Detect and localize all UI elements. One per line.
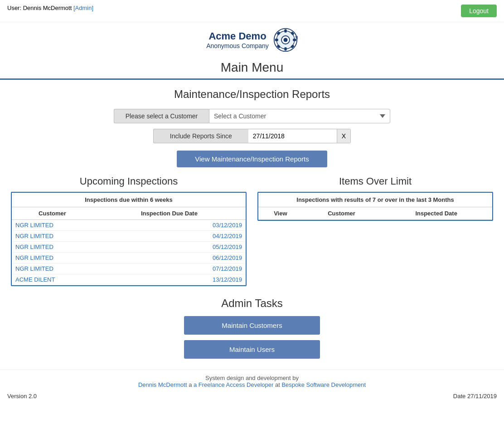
clear-date-button[interactable]: X xyxy=(337,129,350,143)
date-input[interactable] xyxy=(248,129,337,143)
row-customer: NGR LIMITED xyxy=(12,242,143,253)
logout-button[interactable]: Logout xyxy=(461,5,497,17)
logo-area: Acme Demo Anonymous Company xyxy=(0,22,504,56)
footer-system-text: System design and development by xyxy=(0,375,504,381)
row-customer: NGR LIMITED xyxy=(12,220,143,231)
upcoming-table-header: Inspections due within 6 weeks xyxy=(12,193,246,207)
upcoming-inspections-data-table: NGR LIMITED03/12/2019NGR LIMITED04/12/20… xyxy=(12,220,246,285)
user-info: User: Dennis McDermott [Admin] xyxy=(7,5,93,11)
admin-tasks-title: Admin Tasks xyxy=(0,297,504,310)
row-customer: ACME DILENT xyxy=(12,274,143,285)
items-over-limit-col: Items Over Limit Inspections with result… xyxy=(257,175,493,286)
user-label: User: xyxy=(7,5,21,11)
customer-select[interactable]: Select a Customer xyxy=(209,109,390,123)
svg-point-10 xyxy=(283,38,287,42)
svg-rect-4 xyxy=(293,39,296,41)
row-due-date: 13/12/2019 xyxy=(143,274,246,285)
table-row: ACME DILENT13/12/2019 xyxy=(12,274,246,285)
row-due-date: 04/12/2019 xyxy=(143,231,246,242)
freelance-link[interactable]: a Freelance Access Developer xyxy=(194,381,273,388)
row-due-date: 07/12/2019 xyxy=(143,263,246,274)
maintenance-section-title: Maintenance/Inspection Reports xyxy=(0,88,504,101)
company-name: Acme Demo xyxy=(208,30,266,42)
upcoming-inspections-scroll[interactable]: NGR LIMITED03/12/2019NGR LIMITED04/12/20… xyxy=(12,220,246,285)
date-label: Include Reports Since xyxy=(153,129,248,143)
footer-bottom: Version 2.0 Date 27/11/2019 xyxy=(0,390,504,402)
maintenance-form: Please select a Customer Select a Custom… xyxy=(0,109,504,167)
company-link[interactable]: Bespoke Software Development xyxy=(281,381,366,388)
svg-rect-1 xyxy=(284,29,286,33)
items-col-view: View xyxy=(258,207,303,220)
upcoming-inspections-table: Inspections due within 6 weeks Customer … xyxy=(12,193,246,220)
row-due-date: 05/12/2019 xyxy=(143,242,246,253)
row-customer: NGR LIMITED xyxy=(12,263,143,274)
customer-row: Please select a Customer Select a Custom… xyxy=(114,109,390,123)
version-label: Version 2.0 xyxy=(7,393,37,400)
upcoming-col-customer: Customer xyxy=(12,207,93,220)
top-bar: User: Dennis McDermott [Admin] Logout xyxy=(0,0,504,22)
main-menu-title: Main Menu xyxy=(0,56,504,80)
upcoming-inspections-title: Upcoming Inspections xyxy=(11,175,247,187)
gear-logo-icon xyxy=(273,28,298,52)
footer-a-label: a xyxy=(189,381,194,388)
items-col-inspected-date: Inspected Date xyxy=(380,207,492,220)
logo-inline: Acme Demo Anonymous Company xyxy=(206,28,298,52)
svg-rect-3 xyxy=(275,39,278,41)
user-admin: [Admin] xyxy=(73,5,93,11)
date-label: Date 27/11/2019 xyxy=(453,393,497,400)
inspections-row: Upcoming Inspections Inspections due wit… xyxy=(0,175,504,286)
footer-system-label: System design and development by xyxy=(205,375,299,381)
view-reports-button[interactable]: View Maintenance/Inspection Reports xyxy=(177,151,327,167)
developer-link[interactable]: Dennis McDermott xyxy=(138,381,187,388)
svg-rect-2 xyxy=(284,47,286,50)
table-row: NGR LIMITED03/12/2019 xyxy=(12,220,246,231)
date-input-wrapper: X xyxy=(248,129,351,143)
table-row: NGR LIMITED04/12/2019 xyxy=(12,231,246,242)
table-row: NGR LIMITED06/12/2019 xyxy=(12,253,246,263)
upcoming-col-due-date: Inspection Due Date xyxy=(93,207,246,220)
footer-at-label: at xyxy=(275,381,281,388)
items-over-limit-title: Items Over Limit xyxy=(257,175,493,187)
maintain-customers-button[interactable]: Maintain Customers xyxy=(184,316,320,335)
table-row: NGR LIMITED07/12/2019 xyxy=(12,263,246,274)
company-sub: Anonymous Company xyxy=(206,42,269,49)
admin-tasks: Admin Tasks Maintain Customers Maintain … xyxy=(0,297,504,359)
upcoming-inspections-col: Upcoming Inspections Inspections due wit… xyxy=(11,175,247,286)
customer-label: Please select a Customer xyxy=(114,109,209,123)
company-text: Acme Demo Anonymous Company xyxy=(206,30,269,49)
items-over-limit-table: Inspections with results of 7 or over in… xyxy=(258,193,492,220)
table-row: NGR LIMITED05/12/2019 xyxy=(12,242,246,253)
maintain-users-button[interactable]: Maintain Users xyxy=(184,340,320,359)
items-col-customer: Customer xyxy=(303,207,381,220)
row-customer: NGR LIMITED xyxy=(12,231,143,242)
items-over-table-header: Inspections with results of 7 or over in… xyxy=(258,193,492,207)
date-row: Include Reports Since X xyxy=(153,129,351,143)
items-over-limit-table-wrapper: Inspections with results of 7 or over in… xyxy=(257,192,493,221)
upcoming-inspections-table-wrapper: Inspections due within 6 weeks Customer … xyxy=(11,192,247,286)
row-due-date: 06/12/2019 xyxy=(143,253,246,263)
user-name-plain: Dennis McDermott xyxy=(23,5,73,11)
row-customer: NGR LIMITED xyxy=(12,253,143,263)
footer-developer-line: Dennis McDermott a a Freelance Access De… xyxy=(0,381,504,388)
row-due-date: 03/12/2019 xyxy=(143,220,246,231)
footer: System design and development by Dennis … xyxy=(0,370,504,390)
